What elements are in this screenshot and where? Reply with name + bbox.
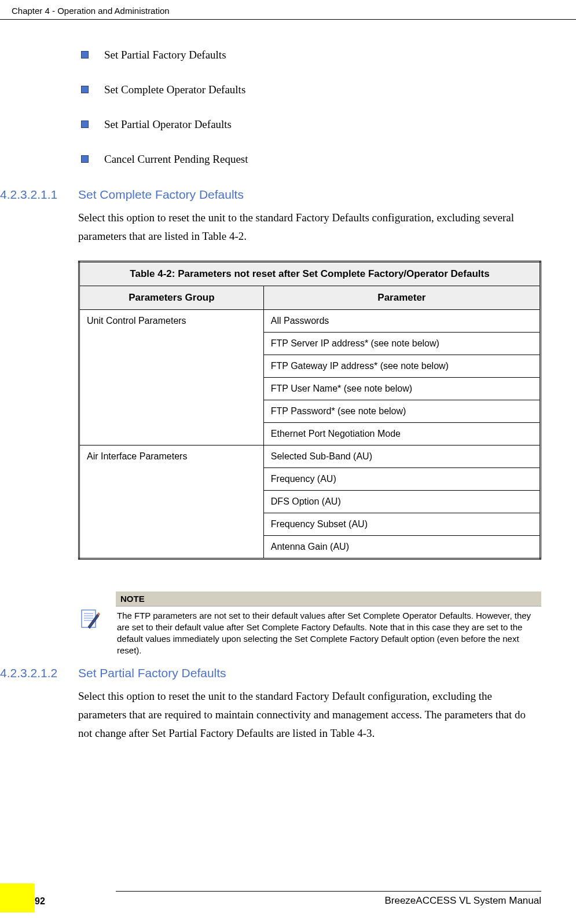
table-column-header: Parameters Group <box>79 286 264 309</box>
section-body: Select this option to reset the unit to … <box>78 687 541 743</box>
section-title: Set Partial Factory Defaults <box>78 666 226 680</box>
table-cell: FTP Password* (see note below) <box>263 400 540 422</box>
table-group-cell: Unit Control Parameters <box>79 309 264 445</box>
page-content: Set Partial Factory Defaults Set Complet… <box>0 20 576 743</box>
list-item-text: Set Partial Operator Defaults <box>104 118 232 130</box>
section-number: 4.2.3.2.1.1 <box>0 188 78 202</box>
table-group-cell: Air Interface Parameters <box>79 445 264 558</box>
defaults-options-list: Set Partial Factory Defaults Set Complet… <box>35 49 541 166</box>
section-number: 4.2.3.2.1.2 <box>0 666 78 680</box>
footer-divider <box>116 891 541 892</box>
page-header: Chapter 4 - Operation and Administration <box>0 0 576 20</box>
list-item-text: Set Complete Operator Defaults <box>104 83 245 96</box>
table-cell: Frequency Subset (AU) <box>263 513 540 535</box>
section-body: Select this option to reset the unit to … <box>78 209 541 246</box>
table-cell: FTP User Name* (see note below) <box>263 377 540 400</box>
note-body: The FTP parameters are not set to their … <box>116 607 541 660</box>
table-cell: Frequency (AU) <box>263 468 540 490</box>
note-icon-cell <box>78 591 107 631</box>
table-caption: Table 4-2: Parameters not reset after Se… <box>79 261 541 286</box>
table-cell: DFS Option (AU) <box>263 490 540 513</box>
table-cell: All Passwords <box>263 309 540 332</box>
note-icon <box>78 608 101 631</box>
page-footer: 92 BreezeACCESS VL System Manual <box>0 891 576 907</box>
list-item: Cancel Current Pending Request <box>81 153 541 166</box>
section-title: Set Complete Factory Defaults <box>78 188 244 202</box>
list-item-text: Cancel Current Pending Request <box>104 153 248 165</box>
list-item: Set Complete Operator Defaults <box>81 83 541 96</box>
chapter-title: Chapter 4 - Operation and Administration <box>12 6 170 16</box>
note-block: NOTE The FTP parameters are not set to t… <box>78 591 541 660</box>
table-cell: Antenna Gain (AU) <box>263 535 540 558</box>
list-item-text: Set Partial Factory Defaults <box>104 49 226 61</box>
table-cell: FTP Gateway IP address* (see note below) <box>263 355 540 377</box>
table-cell: Selected Sub-Band (AU) <box>263 445 540 468</box>
note-content: NOTE The FTP parameters are not set to t… <box>116 591 541 660</box>
table-cell: FTP Server IP address* (see note below) <box>263 332 540 355</box>
parameters-table-wrap: Table 4-2: Parameters not reset after Se… <box>78 261 541 560</box>
note-header: NOTE <box>116 591 541 607</box>
table-cell: Ethernet Port Negotiation Mode <box>263 422 540 445</box>
section-heading: 4.2.3.2.1.1 Set Complete Factory Default… <box>35 188 541 202</box>
manual-title: BreezeACCESS VL System Manual <box>45 895 541 907</box>
list-item: Set Partial Operator Defaults <box>81 118 541 131</box>
parameters-table: Table 4-2: Parameters not reset after Se… <box>78 261 541 560</box>
page-number: 92 <box>35 896 45 907</box>
list-item: Set Partial Factory Defaults <box>81 49 541 61</box>
section-heading: 4.2.3.2.1.2 Set Partial Factory Defaults <box>35 666 541 680</box>
svg-rect-0 <box>82 610 96 627</box>
table-column-header: Parameter <box>263 286 540 309</box>
